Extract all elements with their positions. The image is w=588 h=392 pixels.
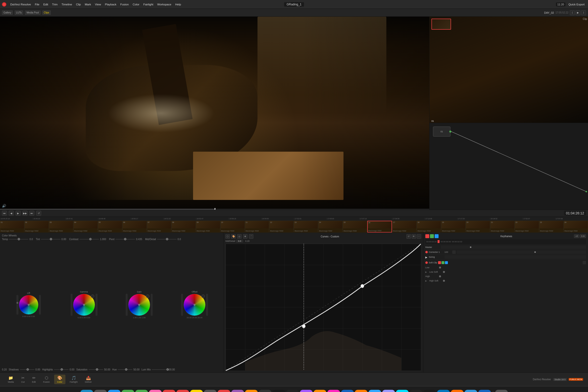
sizing-expand[interactable]: ▶: [425, 256, 428, 258]
curves-tool-scope[interactable]: ◎: [237, 234, 242, 239]
curves-canvas[interactable]: [226, 244, 421, 371]
clip-12[interactable]: 12 Blackmagic RAW: [269, 221, 294, 233]
temp-track[interactable]: [9, 239, 28, 240]
menu-davinci[interactable]: DaVinci Resolve: [9, 2, 32, 6]
viewer-btn-1[interactable]: ⟨: [570, 10, 575, 15]
curves-tool-node[interactable]: ⬡: [226, 234, 230, 239]
clip-19[interactable]: 19 Blackmagic RAW: [441, 221, 466, 233]
gamma-reset[interactable]: [91, 294, 94, 298]
lummix-track[interactable]: [152, 369, 166, 370]
menu-mark[interactable]: Mark: [83, 2, 92, 6]
dock-calendar[interactable]: 📅: [163, 390, 176, 392]
menu-fusion[interactable]: Fusion: [119, 2, 130, 6]
clip-06[interactable]: 06 Blackmagic RAW: [122, 221, 147, 233]
dock-amphetamine[interactable]: ⚡: [245, 390, 258, 392]
menu-clip[interactable]: Clip: [74, 2, 82, 6]
sc-blue-btn[interactable]: [445, 261, 448, 264]
saturation-track[interactable]: [88, 369, 103, 370]
sc-highsoft-expand[interactable]: ▶: [425, 280, 428, 282]
gain-reset[interactable]: [146, 294, 150, 298]
module-fusion[interactable]: ⬡ Fusion: [40, 374, 53, 384]
dock-firefox[interactable]: 🦊: [451, 390, 464, 392]
hue-track[interactable]: [118, 369, 132, 370]
master-kf-dot[interactable]: [470, 246, 472, 248]
module-fairlight[interactable]: 🎵 Fairlight: [67, 374, 80, 384]
dock-podcasts[interactable]: 🎙: [231, 390, 244, 392]
clip-10[interactable]: 10 Blackmagic RAW: [220, 221, 245, 233]
luts-btn[interactable]: LUTs: [15, 10, 23, 15]
tc-fwd[interactable]: ▶▶: [22, 211, 28, 216]
dock-photos[interactable]: 🌸: [149, 390, 162, 392]
middetail-track[interactable]: [157, 239, 177, 240]
node-red-btn[interactable]: [425, 234, 429, 238]
dock-notes[interactable]: 📝: [190, 390, 203, 392]
dock-xd[interactable]: Xd: [327, 390, 340, 392]
node-green-btn[interactable]: [430, 234, 434, 238]
clip-21[interactable]: 21 Blackmagic RAW: [490, 221, 514, 233]
corrector1-kf-dot[interactable]: [534, 251, 536, 253]
dock-photoshop[interactable]: Ps: [368, 390, 381, 392]
curves-tool-reset[interactable]: ↺: [406, 234, 411, 239]
curves-tool-curve[interactable]: ⌒: [249, 234, 253, 239]
dock-mediaencoder[interactable]: Me: [396, 390, 409, 392]
dock-klokki[interactable]: ⏱: [464, 390, 477, 392]
dock-maps[interactable]: 🗺: [135, 390, 148, 392]
clip-18[interactable]: 18 Blackmagic RAW: [417, 221, 441, 233]
menu-file[interactable]: File: [33, 2, 41, 6]
dock-figma[interactable]: F: [300, 390, 312, 392]
clip-08[interactable]: 08 Blackmagic RAW: [172, 221, 196, 233]
tc-loop[interactable]: ↺: [36, 211, 41, 216]
module-media[interactable]: 📁 Media: [5, 374, 17, 384]
clip-24[interactable]: 24 Blackmagic RAW: [564, 221, 588, 233]
clip-04[interactable]: 04 Blackmagic RAW: [74, 221, 98, 233]
curves-tool-more[interactable]: ⋯: [417, 234, 421, 239]
curves-tool-picker[interactable]: ✚: [243, 234, 248, 239]
menu-view[interactable]: View: [94, 2, 103, 6]
dock-onepassword[interactable]: 1: [437, 390, 450, 392]
tc-next[interactable]: ⏭: [30, 211, 34, 216]
dock-worldclock[interactable]: 🌐: [423, 390, 436, 392]
clip-17[interactable]: 17 Blackmagic RAW: [392, 221, 416, 233]
menu-playback[interactable]: Playback: [104, 2, 118, 6]
menu-workspace[interactable]: Workspace: [156, 2, 173, 6]
menu-timeline[interactable]: Timeline: [60, 2, 74, 6]
shadows-track[interactable]: [20, 369, 34, 370]
dock-capcut[interactable]: 🎥: [286, 390, 299, 392]
clip-05[interactable]: 05 Blackmagic RAW: [98, 221, 122, 233]
dock-safari[interactable]: 🧭: [108, 390, 120, 392]
menu-help[interactable]: Help: [174, 2, 182, 6]
dock-bridge[interactable]: Br: [341, 390, 354, 392]
dock-reminders[interactable]: ☑: [176, 390, 189, 392]
clip-16[interactable]: 16 Blackmagic RAW: [367, 221, 392, 233]
gain-wheel[interactable]: [128, 294, 150, 316]
module-edit[interactable]: ✏ Edit: [29, 374, 39, 384]
gallery-btn[interactable]: Gallery: [2, 10, 13, 15]
clip-15[interactable]: 15 Blackmagic RAW: [343, 221, 367, 233]
dock-trash[interactable]: 🗑: [495, 390, 508, 392]
dock-aftereffects[interactable]: Ae: [382, 390, 395, 392]
quick-export-btn[interactable]: Quick Export: [567, 2, 586, 6]
lift-wheel[interactable]: [19, 295, 38, 314]
dock-music[interactable]: 🎵: [218, 390, 230, 392]
clip-02[interactable]: 02 Blackmagic RAW: [24, 221, 49, 233]
clip-09[interactable]: 09 Blackmagic RAW: [196, 221, 220, 233]
highlights-track[interactable]: [54, 369, 68, 370]
module-color[interactable]: 🎨 Color: [54, 374, 66, 384]
clip-11[interactable]: 11 Blackmagic RAW: [245, 221, 269, 233]
gamma-wheel[interactable]: [73, 294, 95, 316]
sc-settings[interactable]: [582, 261, 586, 264]
curves-tool-color[interactable]: 🎨: [231, 234, 236, 239]
tc-play[interactable]: ▶: [16, 211, 20, 216]
clip-13[interactable]: 13 Blackmagic RAW: [294, 221, 318, 233]
media-pool-btn[interactable]: Media Pool: [25, 10, 40, 15]
dock-notion[interactable]: N: [259, 390, 272, 392]
offset-wheel[interactable]: [184, 294, 206, 316]
dock-messages[interactable]: 💬: [122, 390, 134, 392]
clip-20[interactable]: 20 Blackmagic RAW: [466, 221, 490, 233]
menu-color[interactable]: Color: [131, 2, 141, 6]
dock-sketch[interactable]: S: [314, 390, 326, 392]
viewer-btn-2[interactable]: ▶: [576, 10, 580, 15]
dock-launchpad[interactable]: 🚀: [94, 390, 107, 392]
clip-22[interactable]: 22 Blackmagic RAW: [515, 221, 539, 233]
viewer-btn-3[interactable]: ⟩: [581, 10, 586, 15]
